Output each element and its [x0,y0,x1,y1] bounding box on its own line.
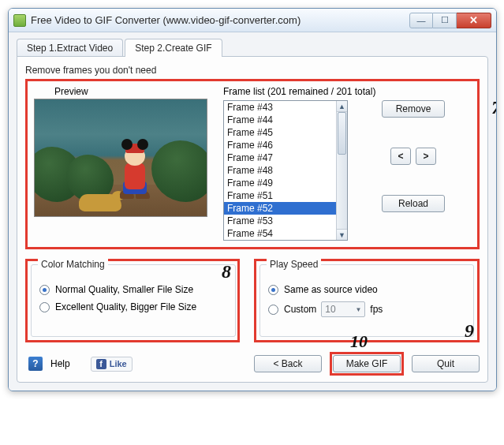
help-link[interactable]: Help [50,358,70,369]
bottom-bar: ? Help f Like < Back 10 Make GIF Quit [25,342,480,376]
frame-list-item[interactable]: Frame #46 [224,139,336,151]
framelist-column: Frame list (201 remained / 201 total) Fr… [223,86,471,241]
window-title: Free Video to GIF Converter (www.video-g… [31,14,301,26]
make-gif-button[interactable]: Make GIF [333,355,401,372]
radio-icon [39,285,50,295]
radio-normal-label: Normal Quality, Smaller File Size [55,284,193,295]
tab-step1[interactable]: Step 1.Extract Video [17,39,123,57]
radio-same-speed[interactable]: Same as source video [268,284,465,295]
remove-button[interactable]: Remove [382,100,445,118]
like-label: Like [110,359,127,368]
radio-custom-speed[interactable]: Custom 10 ▼ fps [268,301,465,317]
fps-unit: fps [370,304,383,315]
next-frame-button[interactable]: > [416,148,436,165]
radio-icon [39,302,50,312]
frame-list-item[interactable]: Frame #43 [224,101,336,114]
annotation-8: 8 [222,261,231,282]
fps-combo[interactable]: 10 ▼ [321,301,365,317]
maximize-button[interactable]: ☐ [433,13,457,28]
tab-body: Remove frames you don't need Preview [17,56,488,383]
close-button[interactable]: ✕ [457,13,491,28]
remove-frames-title: Remove frames you don't need [25,65,480,76]
facebook-icon: f [96,359,106,369]
fps-value: 10 [325,304,335,315]
annotation-box-7: Preview [25,79,480,249]
chevron-down-icon: ▼ [355,306,361,313]
annotation-box-10: Make GIF [330,352,404,376]
scroll-down-icon[interactable]: ▼ [337,229,347,240]
prev-frame-button[interactable]: < [390,148,411,165]
annotation-7: 7 [491,97,497,118]
scrollbar[interactable]: ▲ ▼ [336,101,347,240]
titlebar: Free Video to GIF Converter (www.video-g… [9,9,496,32]
frame-list-item[interactable]: Frame #51 [224,189,336,202]
tab-step2[interactable]: Step 2.Create GIF [125,39,222,57]
frame-list-item[interactable]: Frame #48 [224,164,336,177]
color-matching-group: Color Matching Normal Quality, Smaller F… [31,264,236,337]
radio-excellent-label: Excellent Quality, Bigger File Size [55,301,196,312]
back-button[interactable]: < Back [254,355,322,372]
preview-column: Preview [34,86,215,241]
annotation-9: 9 [465,320,474,342]
minimize-button[interactable]: — [409,13,433,28]
radio-custom-label: Custom [284,304,316,315]
framelist-label: Frame list (201 remained / 201 total) [223,86,471,97]
annotation-box-9: Play Speed Same as source video Custom 1… [254,259,480,342]
client-area: Step 1.Extract Video Step 2.Create GIF R… [9,32,496,391]
frame-list-item[interactable]: Frame #54 [224,227,336,240]
annotation-10: 10 [350,331,368,352]
frame-list-item[interactable]: Frame #45 [224,126,336,139]
facebook-like-button[interactable]: f Like [91,357,133,372]
color-matching-legend: Color Matching [38,259,108,270]
frame-list-item[interactable]: Frame #53 [224,215,336,227]
frame-listbox[interactable]: Frame #43Frame #44Frame #45Frame #46Fram… [223,100,348,241]
play-speed-group: Play Speed Same as source video Custom 1… [259,264,474,337]
help-icon[interactable]: ? [28,357,43,371]
app-window: Free Video to GIF Converter (www.video-g… [8,8,497,391]
scroll-thumb[interactable] [338,112,346,155]
reload-button[interactable]: Reload [382,195,445,212]
frame-list-item[interactable]: Frame #44 [224,114,336,126]
annotation-box-8: Color Matching Normal Quality, Smaller F… [25,259,240,342]
scroll-up-icon[interactable]: ▲ [337,101,347,112]
radio-same-label: Same as source video [284,284,378,295]
radio-normal-quality[interactable]: Normal Quality, Smaller File Size [39,284,227,295]
frame-list-item[interactable]: Frame #49 [224,177,336,189]
radio-icon [268,285,278,295]
play-speed-legend: Play Speed [267,259,321,270]
tab-strip: Step 1.Extract Video Step 2.Create GIF [17,39,488,57]
radio-excellent-quality[interactable]: Excellent Quality, Bigger File Size [39,301,227,312]
quit-button[interactable]: Quit [412,355,480,372]
radio-icon [268,305,278,315]
frame-list-item[interactable]: Frame #47 [224,151,336,164]
app-icon [13,14,26,27]
preview-label: Preview [54,86,215,97]
frame-list-item[interactable]: Frame #52 [224,202,336,215]
preview-image [34,99,207,217]
